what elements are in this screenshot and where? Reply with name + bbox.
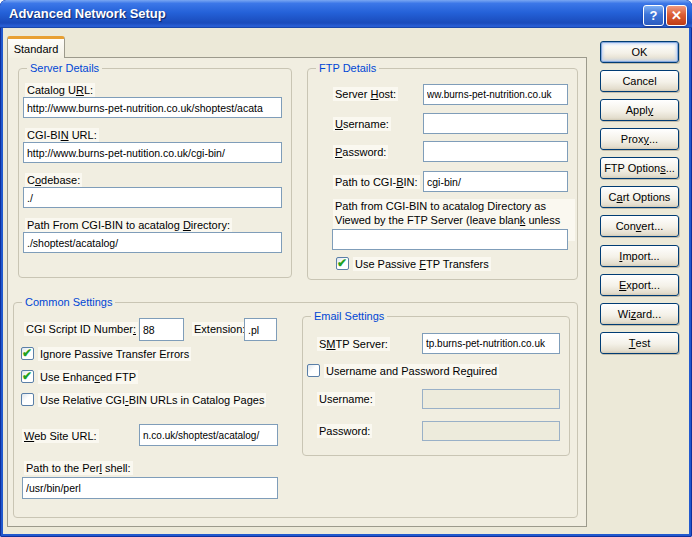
enhanced-ftp-checkbox[interactable] (21, 370, 34, 383)
server-details-title: Server Details (27, 62, 102, 75)
passive-ftp-label: Use Passive FTP Transfers (353, 257, 491, 271)
perl-shell-label: Path to the Perl shell: (24, 461, 133, 475)
email-password-input (422, 421, 560, 441)
relative-cgi-label: Use Relative CGI-BIN URLs in Catalog Pag… (38, 393, 266, 407)
codebase-input[interactable] (23, 187, 282, 208)
cgi-script-id-label: CGI Script ID Number: (24, 322, 138, 336)
path-from-cgi-label: Path From CGI-BIN to acatalog Directory: (25, 218, 232, 232)
ignore-passive-checkbox[interactable] (21, 347, 34, 360)
extension-label: Extension: (192, 322, 247, 336)
smtp-server-input[interactable] (422, 333, 560, 354)
web-site-url-label: Web Site URL: (22, 429, 99, 443)
email-settings-title: Email Settings (311, 310, 387, 323)
cart-options-button[interactable]: Cart Options (600, 186, 679, 208)
email-username-input (422, 389, 560, 409)
tab-standard-label: Standard (14, 43, 59, 55)
close-icon: ✕ (671, 9, 682, 22)
perl-shell-input[interactable] (22, 477, 278, 499)
wizard-button[interactable]: Wizard... (600, 303, 679, 325)
smtp-server-label: SMTP Server: (317, 337, 390, 351)
dialog-window: Advanced Network Setup ? ✕ Standard Serv… (0, 0, 692, 537)
ftp-password-label: Password: (333, 145, 388, 159)
question-mark-icon: ? (650, 9, 658, 22)
help-button[interactable]: ? (643, 5, 664, 26)
apply-button[interactable]: Apply (600, 99, 679, 121)
ignore-passive-label: Ignore Passive Transfer Errors (38, 347, 191, 361)
close-button[interactable]: ✕ (666, 5, 687, 26)
catalog-url-input[interactable] (23, 97, 282, 118)
server-host-input[interactable] (423, 84, 568, 105)
cgi-script-id-input[interactable] (139, 318, 184, 341)
convert-button[interactable]: Convert... (600, 215, 679, 237)
web-site-url-input[interactable] (139, 424, 278, 446)
cancel-button[interactable]: Cancel (600, 70, 679, 92)
relative-cgi-checkbox[interactable] (21, 393, 34, 406)
ftp-details-title: FTP Details (316, 62, 379, 75)
cgi-bin-url-label: CGI-BIN URL: (25, 128, 99, 142)
enhanced-ftp-label: Use Enhanced FTP (38, 370, 138, 384)
username-password-required-checkbox[interactable] (307, 364, 320, 377)
email-password-label: Password: (317, 424, 372, 438)
catalog-url-label: Catalog URL: (25, 83, 95, 97)
window-title: Advanced Network Setup (9, 6, 166, 21)
export-button[interactable]: Export... (600, 274, 679, 296)
codebase-label: Codebase: (25, 173, 82, 187)
proxy-button[interactable]: Proxy... (600, 128, 679, 150)
path-viewed-input[interactable] (332, 229, 568, 250)
ftp-username-input[interactable] (423, 113, 568, 134)
username-password-required-label: Username and Password Required (324, 364, 499, 378)
common-settings-title: Common Settings (22, 296, 115, 309)
path-to-cgi-label: Path to CGI-BIN: (333, 175, 420, 189)
ftp-options-button[interactable]: FTP Options... (600, 157, 679, 179)
extension-input[interactable] (244, 318, 277, 341)
ftp-password-input[interactable] (423, 141, 568, 162)
path-from-cgi-input[interactable] (23, 232, 282, 253)
email-username-label: Username: (317, 392, 375, 406)
import-button[interactable]: Import... (600, 245, 679, 267)
server-host-label: Server Host: (333, 87, 398, 101)
path-to-cgi-input[interactable] (423, 171, 568, 192)
cgi-bin-url-input[interactable] (23, 142, 282, 163)
ftp-username-label: Username: (333, 117, 391, 131)
title-bar[interactable]: Advanced Network Setup ? ✕ (0, 0, 692, 28)
ok-button[interactable]: OK (600, 41, 679, 63)
tab-standard[interactable]: Standard (7, 36, 65, 58)
test-button[interactable]: Test (600, 332, 679, 354)
passive-ftp-checkbox[interactable] (336, 257, 349, 270)
